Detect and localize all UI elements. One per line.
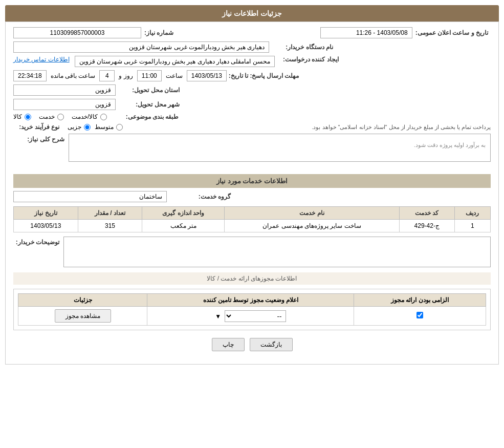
table-row: 1 ج-42-429 ساخت سایر پروژه‌های مهندسی عم… (14, 220, 491, 232)
need-desc-label: شرح کلی نیاز: (13, 134, 64, 143)
radio-kala-khadamat[interactable]: کالا/خدمت (72, 113, 107, 120)
col-row-num: ردیف (454, 207, 490, 220)
deadline-time: 11:00 (137, 70, 162, 81)
deadline-time-label: ساعت (166, 72, 183, 79)
buyer-desc-label: توضیحات خریدار: (13, 237, 59, 246)
deadline-label: مهلت ارسال پاسخ: تا تاریخ: (229, 72, 301, 79)
cell-quantity: 315 (78, 220, 142, 232)
need-number-label: شماره نیاز: (144, 29, 176, 36)
col-service-name: نام خدمت (225, 207, 399, 220)
license-section-link[interactable]: اطلاعات مجوزهای ارائه خدمت / کالا (13, 272, 491, 285)
province-value: قزوین (13, 84, 116, 96)
col-license-details: جزئیات (18, 294, 147, 307)
buyer-org-value: دهیاری هیر بخش رودبارالموت غربی شهرستان … (13, 41, 269, 53)
services-section-title: اطلاعات خدمات مورد نیاز (13, 174, 491, 188)
radio-jozi-input[interactable] (84, 124, 91, 131)
radio-kala-khadamat-label: کالا/خدمت (72, 113, 98, 120)
radio-khadamat-label: خدمت (39, 113, 55, 120)
cell-row-num: 1 (454, 220, 490, 232)
license-status-select[interactable]: -- (225, 310, 286, 322)
radio-motavaset[interactable]: متوسط (95, 123, 123, 131)
cell-service-code: ج-42-429 (399, 220, 454, 232)
deadline-remaining: 22:34:18 (13, 70, 47, 81)
radio-motavaset-input[interactable] (116, 124, 123, 131)
col-unit: واحد اندازه گیری (142, 207, 225, 220)
license-table: الزامی بودن ارائه مجوز اعلام وضعیت مجوز … (18, 293, 486, 326)
radio-jozi-label: جزیی (68, 123, 81, 131)
button-row: بازگشت چاپ (13, 338, 491, 359)
col-license-status: اعلام وضعیت مجوز توسط تامین کننده (147, 294, 354, 307)
col-service-code: کد خدمت (399, 207, 454, 220)
col-need-date: تاریخ نیاز (14, 207, 78, 220)
license-required-cell (354, 307, 486, 326)
print-button[interactable]: چاپ (212, 338, 245, 351)
province-label: استان محل تحویل: (116, 87, 182, 94)
license-status-cell: -- ▼ (147, 307, 354, 326)
process-note: پرداخت تمام یا بخشی از مبلغ خریدار از مح… (137, 124, 491, 131)
announce-date-label: تاریخ و ساعت اعلان عمومی: (415, 29, 491, 36)
requester-label: ایجاد کننده درخواست: (275, 56, 341, 63)
radio-kala-input[interactable] (25, 114, 31, 120)
section-header: جزئیات اطلاعات نیاز (5, 5, 499, 22)
need-number-value: 1103099857000003 (13, 27, 141, 38)
col-quantity: تعداد / مقدار (78, 207, 142, 220)
deadline-date: 1403/05/13 (187, 70, 227, 81)
buyer-desc-textarea[interactable] (63, 237, 491, 267)
radio-motavaset-label: متوسط (95, 123, 114, 131)
city-value: قزوین (13, 99, 116, 110)
need-desc-textarea[interactable] (69, 134, 491, 162)
back-button[interactable]: بازگشت (250, 338, 293, 351)
service-group-value: ساختمان (13, 191, 167, 202)
radio-jozi[interactable]: جزیی (68, 123, 91, 131)
announce-date-value: 1403/05/08 - 11:26 (320, 27, 412, 38)
process-label: نوع فرآیند خرید: (13, 123, 59, 131)
cell-unit: متر مکعب (142, 220, 225, 232)
deadline-days-label: روز و (119, 72, 133, 79)
requester-value: محسن امامقلی دهیار دهیاری هیر بخش رودبار… (75, 56, 275, 67)
category-label: طبقه بندی موضوعی: (115, 113, 181, 120)
buyer-org-label: نام دستگاه خریدار: (269, 44, 336, 51)
cell-service-name: ساخت سایر پروژه‌های مهندسی عمران (225, 220, 399, 232)
radio-kala-label: کالا (13, 113, 22, 120)
services-table: ردیف کد خدمت نام خدمت واحد اندازه گیری ت… (13, 206, 491, 232)
deadline-days: 4 (99, 70, 115, 81)
license-row: -- ▼ مشاهده مجوز (18, 307, 486, 326)
radio-kala[interactable]: کالا (13, 113, 31, 120)
license-required-checkbox[interactable] (417, 312, 423, 318)
deadline-remaining-label: ساعت باقی مانده (51, 72, 96, 79)
view-license-button[interactable]: مشاهده مجوز (55, 309, 111, 323)
col-license-required: الزامی بودن ارائه مجوز (354, 294, 486, 307)
license-details-cell: مشاهده مجوز (18, 307, 147, 326)
radio-kala-khadamat-input[interactable] (100, 114, 107, 120)
contact-link[interactable]: اطلاعات تماس خریدار (13, 56, 70, 63)
radio-khadamat-input[interactable] (57, 114, 64, 120)
service-group-label: گروه خدمت: (167, 193, 233, 200)
city-label: شهر محل تحویل: (116, 101, 182, 108)
radio-khadamat[interactable]: خدمت (39, 113, 64, 120)
cell-need-date: 1403/05/13 (14, 220, 78, 232)
